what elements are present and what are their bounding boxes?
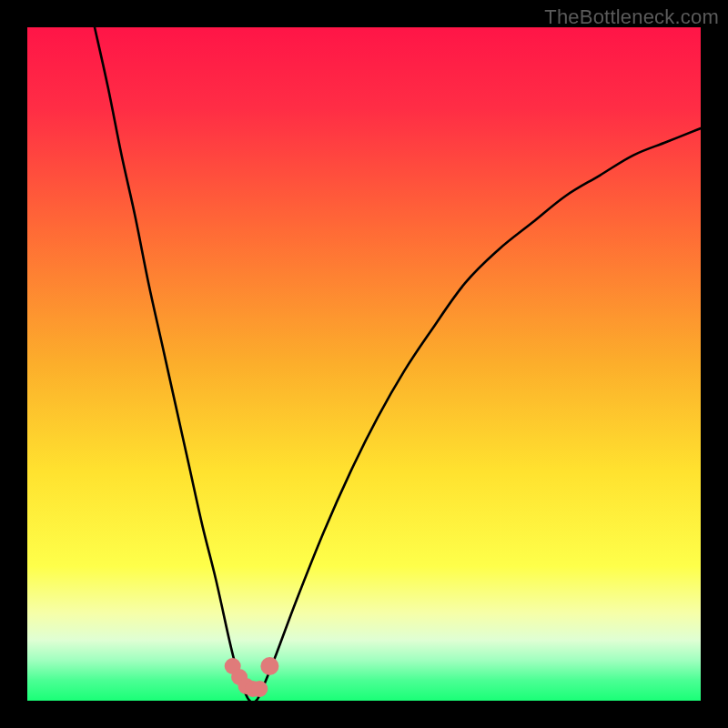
marker-dot xyxy=(251,681,268,697)
watermark-text: TheBottleneck.com xyxy=(544,5,719,29)
plot-area xyxy=(27,27,701,701)
chart-frame: TheBottleneck.com xyxy=(0,0,728,728)
marker-dot xyxy=(260,657,278,675)
markers xyxy=(27,27,701,701)
